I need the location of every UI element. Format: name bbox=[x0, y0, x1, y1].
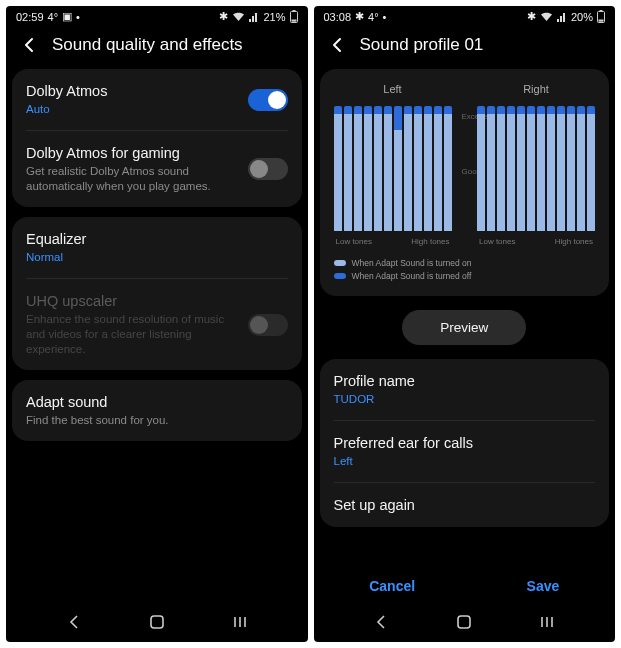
save-button[interactable]: Save bbox=[527, 578, 560, 594]
chart-bar bbox=[547, 101, 555, 231]
back-button[interactable] bbox=[20, 36, 38, 54]
row-label: Equalizer bbox=[26, 230, 288, 248]
row-label: Preferred ear for calls bbox=[334, 434, 596, 452]
row-label: Set up again bbox=[334, 496, 596, 514]
nav-recents-icon[interactable] bbox=[538, 613, 556, 631]
profile-settings-group: Profile name TUDOR Preferred ear for cal… bbox=[320, 359, 610, 527]
chart-bar bbox=[557, 101, 565, 231]
row-preferred-ear[interactable]: Preferred ear for calls Left bbox=[334, 421, 596, 483]
chart-bar bbox=[404, 101, 412, 231]
row-uhq-upscaler: UHQ upscaler Enhance the sound resolutio… bbox=[26, 279, 288, 370]
status-bar: 03:08 ✱ 4° • ✱ 20% bbox=[314, 6, 616, 25]
svg-rect-6 bbox=[599, 20, 604, 22]
wifi-icon bbox=[540, 12, 553, 22]
row-label: Dolby Atmos for gaming bbox=[26, 144, 238, 162]
chart-bar bbox=[517, 101, 525, 231]
battery-pct: 21% bbox=[263, 11, 285, 23]
legend-text: When Adapt Sound is turned off bbox=[352, 271, 472, 281]
battery-pct: 20% bbox=[571, 11, 593, 23]
chart-bar bbox=[497, 101, 505, 231]
svg-rect-3 bbox=[151, 616, 163, 628]
row-dolby-atmos[interactable]: Dolby Atmos Auto bbox=[26, 69, 288, 131]
row-sub: Enhance the sound resolution of music an… bbox=[26, 312, 238, 357]
row-dolby-gaming[interactable]: Dolby Atmos for gaming Get realistic Dol… bbox=[26, 131, 288, 207]
status-time: 02:59 bbox=[16, 11, 44, 23]
android-navbar bbox=[314, 602, 616, 642]
action-bar: Cancel Save bbox=[314, 566, 616, 602]
battery-icon bbox=[290, 10, 298, 23]
x-low: Low tones bbox=[336, 237, 372, 246]
status-temp: 4° bbox=[48, 11, 59, 23]
chart-bar bbox=[507, 101, 515, 231]
ylab-good: Good bbox=[462, 167, 468, 176]
back-button[interactable] bbox=[328, 36, 346, 54]
chart-bar bbox=[354, 101, 362, 231]
x-low: Low tones bbox=[479, 237, 515, 246]
chart-bar bbox=[364, 101, 372, 231]
chart-left-ear: Left Low tones High tones bbox=[334, 83, 452, 246]
row-label: UHQ upscaler bbox=[26, 292, 238, 310]
chart-bar bbox=[374, 101, 382, 231]
chart-legend: When Adapt Sound is turned on When Adapt… bbox=[334, 258, 596, 281]
toggle-dolby-gaming[interactable] bbox=[248, 158, 288, 180]
hearing-chart-card: Left Low tones High tones Excellent Good bbox=[320, 69, 610, 296]
phone-right: 03:08 ✱ 4° • ✱ 20% Sound profile 01 Left bbox=[314, 6, 616, 642]
preview-button[interactable]: Preview bbox=[402, 310, 526, 345]
row-setup-again[interactable]: Set up again bbox=[334, 483, 596, 527]
page-title: Sound profile 01 bbox=[360, 35, 484, 55]
chart-bar bbox=[567, 101, 575, 231]
signal-icon bbox=[249, 12, 259, 22]
settings-group-1: Dolby Atmos Auto Dolby Atmos for gaming … bbox=[12, 69, 302, 207]
cancel-button[interactable]: Cancel bbox=[369, 578, 415, 594]
status-dot-icon: • bbox=[76, 11, 80, 23]
chart-bar bbox=[334, 101, 342, 231]
wifi-icon bbox=[232, 12, 245, 22]
row-label: Dolby Atmos bbox=[26, 82, 238, 100]
phone-left: 02:59 4° ▣ • ✱ 21% Sound quality and eff… bbox=[6, 6, 308, 642]
android-navbar bbox=[6, 602, 308, 642]
page-title: Sound quality and effects bbox=[52, 35, 243, 55]
status-temp: 4° bbox=[368, 11, 379, 23]
chart-bar bbox=[587, 101, 595, 231]
nav-home-icon[interactable] bbox=[455, 613, 473, 631]
nav-back-icon[interactable] bbox=[372, 613, 390, 631]
status-dot-icon: • bbox=[383, 11, 387, 23]
row-sub: Find the best sound for you. bbox=[26, 413, 288, 428]
toggle-dolby-atmos[interactable] bbox=[248, 89, 288, 111]
page-header: Sound quality and effects bbox=[6, 25, 308, 69]
nav-home-icon[interactable] bbox=[148, 613, 166, 631]
chart-title-left: Left bbox=[334, 83, 452, 95]
row-sub: Auto bbox=[26, 102, 238, 117]
toggle-uhq bbox=[248, 314, 288, 336]
legend-swatch-on bbox=[334, 260, 346, 266]
bluetooth-icon: ✱ bbox=[527, 10, 536, 23]
status-time: 03:08 bbox=[324, 11, 352, 23]
svg-rect-7 bbox=[458, 616, 470, 628]
chart-bar bbox=[384, 101, 392, 231]
settings-group-3: Adapt sound Find the best sound for you. bbox=[12, 380, 302, 441]
row-profile-name[interactable]: Profile name TUDOR bbox=[334, 359, 596, 421]
x-high: High tones bbox=[411, 237, 449, 246]
status-image-icon: ▣ bbox=[62, 10, 72, 23]
row-sub: Get realistic Dolby Atmos sound automati… bbox=[26, 164, 238, 194]
chart-bar bbox=[487, 101, 495, 231]
battery-icon bbox=[597, 10, 605, 23]
chart-bar bbox=[424, 101, 432, 231]
nav-recents-icon[interactable] bbox=[231, 613, 249, 631]
nav-back-icon[interactable] bbox=[65, 613, 83, 631]
signal-icon bbox=[557, 12, 567, 22]
row-label: Adapt sound bbox=[26, 393, 288, 411]
svg-rect-2 bbox=[291, 20, 296, 22]
row-adapt-sound[interactable]: Adapt sound Find the best sound for you. bbox=[26, 380, 288, 441]
bluetooth-icon: ✱ bbox=[355, 10, 364, 23]
row-equalizer[interactable]: Equalizer Normal bbox=[26, 217, 288, 279]
chart-bar bbox=[394, 101, 402, 231]
row-sub: Left bbox=[334, 454, 596, 469]
chart-title-right: Right bbox=[477, 83, 595, 95]
chart-bar bbox=[344, 101, 352, 231]
ylab-excellent: Excellent bbox=[462, 112, 468, 121]
page-header: Sound profile 01 bbox=[314, 25, 616, 69]
legend-text: When Adapt Sound is turned on bbox=[352, 258, 472, 268]
chart-bar bbox=[537, 101, 545, 231]
chart-right-ear: Right Low tones High tones bbox=[477, 83, 595, 246]
